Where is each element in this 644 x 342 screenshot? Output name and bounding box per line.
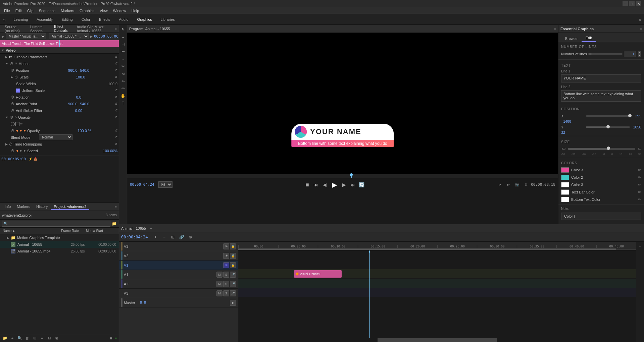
filter-icon[interactable]: ⚡ [29,157,32,161]
overwrite-button[interactable]: ⊳ [505,181,512,188]
a3-m-btn[interactable]: M [216,290,222,296]
project-search-box[interactable]: 🔍 [2,221,110,227]
master-dropdown[interactable]: Master * Visual Trends: The Fluid Self..… [6,34,46,39]
timeline-menu-icon[interactable]: ≡ [150,226,152,230]
motion-anim-icon[interactable]: ⚙ [15,62,17,65]
tab-markers[interactable]: Markers [14,204,33,210]
tab-assembly[interactable]: Assembly [33,16,57,23]
menu-markers[interactable]: Markers [58,7,77,14]
menu-file[interactable]: File [1,7,13,14]
tab-history[interactable]: History [34,204,50,210]
opacity-reset[interactable]: ↺ [115,129,117,132]
tl-toggle-btn[interactable]: ⊞ [169,233,177,241]
new-item-button[interactable]: + [9,335,15,341]
tab-project[interactable]: Project: whatevera2 [51,204,89,210]
roll-edit-tool[interactable]: ⊢ [120,48,127,55]
new-bin-button[interactable]: 📁 [2,335,8,341]
project-item-folder[interactable]: ▶ 📁 Motion Graphics Template [0,234,119,241]
anchor-reset[interactable]: ↺ [115,102,117,106]
ripple-edit-tool[interactable]: ⊣ [120,41,127,48]
v2-eye-btn[interactable]: 👁 [223,253,229,259]
num-lines-value[interactable] [624,51,636,57]
v3-eye-btn[interactable]: 👁 [223,243,229,249]
monitor-menu-icon[interactable]: ≡ [554,27,556,31]
razor-tool[interactable]: ✂ [120,63,127,70]
anchor-x[interactable]: 960.0 [68,102,78,106]
col-name-header[interactable]: Name ▲ [3,229,60,233]
opacity-value[interactable]: 100.0 % [78,129,91,133]
tab-editing[interactable]: Editing [57,16,77,23]
position-x[interactable]: 960.0 [68,68,78,72]
tab-effect-controls[interactable]: Effect Controls [51,25,71,34]
menu-help[interactable]: Help [129,7,142,14]
position-y[interactable]: 540.0 [80,68,90,72]
anti-flicker-row[interactable]: ⏱ Anti-flicker Filter 0.00 ↺ [0,107,119,114]
color1-eyedropper[interactable]: ✏ [638,168,641,172]
speed-stopwatch-icon[interactable]: ⏱ [11,149,14,153]
scale-row[interactable]: ▶ ⏱ Scale 100.0 ↺ [0,74,119,80]
rotation-value[interactable]: 0.0 [76,95,81,99]
position-x-right[interactable]: 295 [631,114,641,118]
uniform-scale-row[interactable]: ✓ Uniform Scale ↺ [0,87,119,94]
hand-tool[interactable]: ✋ [120,93,127,99]
tl-master-track[interactable] [238,307,636,314]
blend-mode-reset[interactable]: ↺ [115,135,117,139]
stepper-down[interactable]: ▼ [638,54,641,57]
master-expand-btn[interactable]: ▶ [230,300,236,306]
col-fps-header[interactable]: Frame Rate [61,229,85,233]
a2-mic-btn[interactable]: 🎤 [230,281,236,287]
anchor-point-row[interactable]: ⏱ Anchor Point 960.0 540.0 ↺ [0,101,119,107]
scale-width-value[interactable]: 100.0 [108,82,117,86]
window-controls[interactable]: ─ □ ✕ [623,1,641,6]
pen-tool[interactable]: ✏ [120,85,127,92]
motion-row[interactable]: ▼ ⏱ ⚙ Motion ↺ [0,60,119,67]
tab-info[interactable]: Info [2,204,13,210]
uniform-scale-reset[interactable]: ↺ [115,89,117,92]
menu-window[interactable]: Window [110,7,129,14]
monitor-scrubber[interactable] [127,174,558,178]
menu-clip[interactable]: Clip [24,7,36,14]
a2-m-btn[interactable]: M [216,281,222,287]
graphic-params-reset[interactable]: ↺ [115,55,117,59]
a1-m-btn[interactable]: M [216,272,222,278]
anti-flicker-stopwatch-icon[interactable]: ⏱ [11,109,14,113]
list-view-button[interactable]: ≡ [39,335,45,341]
keyframe-right-icon[interactable]: ▶ [24,129,26,132]
anchor-y[interactable]: 540.0 [80,102,90,106]
menu-sequence[interactable]: Sequence [36,7,58,14]
scale-reset[interactable]: ↺ [115,75,117,79]
a2-s-btn[interactable]: S [223,281,229,287]
stepper-up[interactable]: ▲ [638,51,641,54]
tab-browse[interactable]: Browse [561,35,582,42]
color2-swatch[interactable] [561,175,569,180]
video-section-header[interactable]: ▼ Video [0,47,119,54]
more-workspaces-icon[interactable]: » [639,17,641,22]
square-shape[interactable] [15,122,19,126]
freeform-view-button[interactable]: ⊡ [46,335,52,341]
opacity-row[interactable]: ⏱ ◀ ◆ ▶ Opacity 100.0 % ↺ [0,127,119,134]
motion-reset[interactable]: ↺ [115,62,117,65]
motion-stopwatch-icon[interactable]: ⏱ [10,62,13,66]
tab-color[interactable]: Color [78,16,94,23]
rotation-row[interactable]: ⏱ Rotation 0.0 ↺ [0,94,119,101]
opacity-stopwatch-icon[interactable]: ⏱ [10,115,13,119]
position-y-right[interactable]: 1050 [631,125,641,129]
timeline-time[interactable]: 00:00:04:24 [121,235,148,239]
tab-effects[interactable]: Effects [95,16,114,23]
line1-input[interactable]: YOUR NAME [561,74,641,82]
time-remap-stopwatch-icon[interactable]: ⏱ [9,142,13,146]
scale-width-row[interactable]: Scale Width 100.0 [0,80,119,87]
scale-value[interactable]: 100.0 [76,75,85,79]
loop-button[interactable]: 🔄 [358,181,365,188]
rotation-reset[interactable]: ↺ [115,95,117,99]
current-timecode[interactable]: 00:00:04:24 [130,182,154,187]
tl-add-track-btn[interactable]: + [152,233,159,241]
settings-button[interactable]: ⚙ [522,181,530,188]
v1-clip[interactable]: 🔶 Visual Trends:T [294,270,342,278]
position-row[interactable]: ⏱ Position 960.0 540.0 ↺ [0,67,119,74]
menu-edit[interactable]: Edit [13,7,24,14]
speed-kf-mid[interactable]: ◆ [20,149,22,152]
opacity-anim-icon[interactable]: ◇ [15,116,17,119]
v2-lock-btn[interactable]: 🔒 [230,253,236,259]
a1-mic-btn[interactable]: 🎤 [230,272,236,278]
